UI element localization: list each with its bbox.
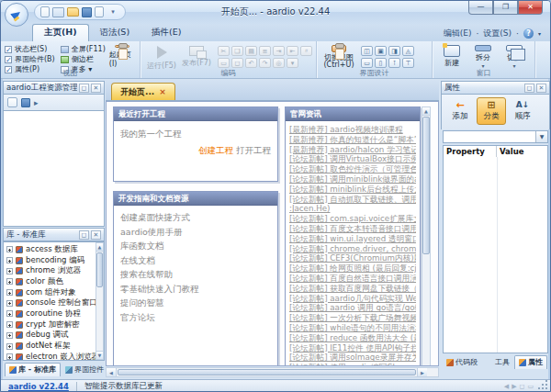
cut-icon[interactable]: ✂	[218, 46, 230, 56]
expand-icon[interactable]	[6, 343, 13, 350]
app-menu-button[interactable]	[5, 3, 28, 27]
format-icon[interactable]: ≡	[259, 46, 271, 56]
news-scroll-up-icon[interactable]: ▲	[422, 107, 430, 116]
window-icon[interactable]	[52, 7, 64, 17]
tab-ui-controls[interactable]: 界面控件	[62, 364, 107, 376]
library-tree-item[interactable]: debug 调试	[4, 330, 104, 342]
news-item-link[interactable]: [论坛新帖] 百度文本转语音接口调用演示(无限制免费调用) (	[289, 224, 416, 234]
checkbox-icon[interactable]: ✓	[5, 56, 12, 63]
expand-icon[interactable]	[6, 353, 13, 360]
qat-overflow-icon[interactable]: ▾	[107, 6, 119, 18]
guide-link[interactable]: 零基础快速入门教程	[120, 282, 271, 297]
doc-tab-close-icon[interactable]: ×	[159, 87, 166, 96]
library-tree-item[interactable]: color 颜色	[4, 276, 104, 287]
outdent-icon[interactable]: ⇤	[287, 46, 298, 56]
news-item-link[interactable]: [论坛新帖] miniblink后台线程上传大文件(可显示进度) (最后	[289, 185, 416, 195]
guide-link[interactable]: 在线文档	[120, 253, 271, 268]
find-icon[interactable]: ◎	[273, 58, 285, 68]
scroll-thumb[interactable]	[96, 252, 103, 287]
tab-properties[interactable]: 属性	[514, 355, 547, 369]
ribbon-tab-home[interactable]: 主页(H)	[32, 24, 89, 41]
news-item-link[interactable]: [论坛新帖] IE11控件 使用API钩子拦截请求演示 (最后回复:	[289, 343, 416, 353]
project-save-icon[interactable]	[21, 98, 30, 107]
property-filter-combo[interactable]: ▼	[443, 130, 548, 143]
theme-icon[interactable]: ◬	[402, 46, 414, 56]
expand-icon[interactable]	[6, 300, 13, 307]
rect-select-icon[interactable]: ▭	[218, 58, 230, 68]
news-item-link[interactable]: [论坛新帖] CEF3(Chromium内核)网页控件 (最后回复:Jace	[289, 253, 416, 263]
new-window-button[interactable]: 新建	[436, 43, 467, 68]
order-button[interactable]: A↓ 顺序	[508, 97, 537, 125]
tab-snippets[interactable]: 代码段	[443, 356, 481, 369]
library-tree-item[interactable]: crypt 加密解密	[4, 319, 104, 330]
news-item-link[interactable]: [论坛新帖] 调用miniblink做界面的aria2下载器 (最后回复:L	[289, 174, 416, 185]
undo-icon[interactable]: ↶	[245, 58, 257, 68]
news-item-link[interactable]: [论坛新帖] aardio几句代码实现 WebDriver 协议客户端 (最	[289, 294, 416, 304]
settings-menu[interactable]: 设置(S)	[483, 28, 512, 39]
library-pin-icon[interactable]: ◻	[79, 230, 89, 240]
help-icon[interactable]: ?	[523, 28, 534, 39]
news-item-link[interactable]: [最新推荐] aardio视频培训课程	[289, 125, 416, 135]
news-item-link[interactable]: [论坛新帖] 调用soImage录屏并存为GIF文件 (最后回复:Jac	[289, 353, 416, 363]
news-item-link[interactable]: [论坛新帖] 取色控件演示（可管理色表、自动生成配色方案）	[289, 164, 416, 174]
paste-icon[interactable]: ▤	[245, 46, 257, 56]
expand-icon[interactable]	[6, 310, 13, 317]
help-caret-icon[interactable]: ▾	[538, 30, 541, 37]
news-scroll-down-icon[interactable]: ▼	[422, 365, 430, 366]
checkbox-icon[interactable]: ✓	[5, 46, 12, 53]
view-checkbox-item[interactable]: ✓ 状态栏(S)	[5, 44, 55, 54]
indent-icon[interactable]: ⇥	[273, 46, 285, 56]
property-grid-body[interactable]	[443, 157, 548, 353]
news-item-link[interactable]: [论坛新帖] 百度自然语言接口调用演示（免费不限调用次数	[289, 274, 416, 284]
bookmark-icon[interactable]: ◻	[231, 58, 243, 68]
center-h-scrollbar[interactable]: ◀ ▶	[106, 367, 439, 377]
redo-icon[interactable]: ↷	[259, 58, 271, 68]
guide-link[interactable]: 创建桌面快捷方式	[120, 210, 271, 225]
open-folder-icon[interactable]	[67, 7, 79, 17]
library-tree-item[interactable]: access 数据库	[4, 244, 104, 255]
library-tree-item[interactable]: electron 嵌入浏览器	[4, 352, 104, 361]
expand-icon[interactable]	[6, 278, 13, 285]
news-item-link[interactable]: [论坛新帖] 一次分析下载广场舞视频的过程附源码..... (最后	[289, 313, 416, 323]
ribbon-tab-syntax[interactable]: 语法(S)	[89, 25, 141, 41]
paste-doc-icon[interactable]	[95, 6, 104, 17]
guide-link[interactable]: 搜索在线帮助	[120, 267, 271, 282]
library-tree-item[interactable]: dotNet 框架	[4, 341, 104, 352]
expand-icon[interactable]	[6, 257, 13, 263]
news-item-link[interactable]: [最新推荐] aardio/halcon 学习笔记	[289, 145, 416, 155]
expand-icon[interactable]	[6, 321, 13, 328]
tab-library[interactable]: 库 - 标准库	[5, 363, 61, 376]
news-item-link[interactable]: [最新推荐] 你真的知道什么是“脚本”吗？！	[289, 135, 416, 145]
status-nav-right-icon[interactable]: ▶	[512, 383, 516, 390]
library-scrollbar[interactable]: ▲ ▼	[96, 242, 104, 360]
save-icon[interactable]	[82, 7, 92, 17]
h-scroll-right-icon[interactable]: ▶	[417, 368, 427, 376]
library-tree-item[interactable]: com 组件对象	[4, 287, 104, 298]
news-item-link[interactable]: [论坛新帖] aardio 调用 go语言/go编译器 演示（已更新）	[289, 303, 416, 313]
news-item-link[interactable]: [论坛新帖] win.ui.layered 透明窗口演示 (最后回复:Jacen…	[289, 234, 416, 244]
version-link[interactable]: aardio v22.44	[8, 382, 69, 391]
split-window-button[interactable]: 拆分 ▾	[467, 43, 499, 68]
status-box-icon[interactable]: ▭	[527, 383, 534, 390]
new-file-icon[interactable]	[40, 6, 50, 17]
anchor-h-icon[interactable]: ⊤	[402, 58, 414, 68]
anchor-v-icon[interactable]: ⊺	[388, 58, 400, 68]
expand-icon[interactable]	[6, 289, 13, 296]
guide-link[interactable]: 提问的智慧	[120, 296, 271, 310]
expand-icon[interactable]	[6, 268, 13, 274]
h-scroll-left-icon[interactable]: ◀	[107, 368, 117, 376]
news-item-link[interactable]: :Jacen.He)	[289, 204, 416, 214]
library-close-icon[interactable]: ✕	[91, 230, 101, 240]
resize-grip[interactable]	[538, 379, 548, 389]
tab-tools[interactable]: 工具	[482, 356, 513, 369]
properties-pin-icon[interactable]: ◻	[524, 84, 534, 93]
size-height-icon[interactable]: ▯	[375, 58, 387, 68]
combo-field[interactable]	[444, 131, 535, 142]
project-run-icon[interactable]: ▸	[34, 98, 39, 107]
scroll-down-icon[interactable]: ▼	[96, 351, 103, 359]
open-project-link[interactable]: 打开工程	[236, 145, 271, 155]
news-scrollbar[interactable]: ▲ ▼	[422, 106, 431, 366]
categorize-button[interactable]: ⊞ 分类	[477, 97, 506, 125]
news-item-link[interactable]: [论坛新帖] 自动抓取下载链接、调用百度网盘批量离线下载 (最	[289, 195, 416, 205]
library-tree-item[interactable]: chrome 浏览器	[4, 265, 104, 276]
